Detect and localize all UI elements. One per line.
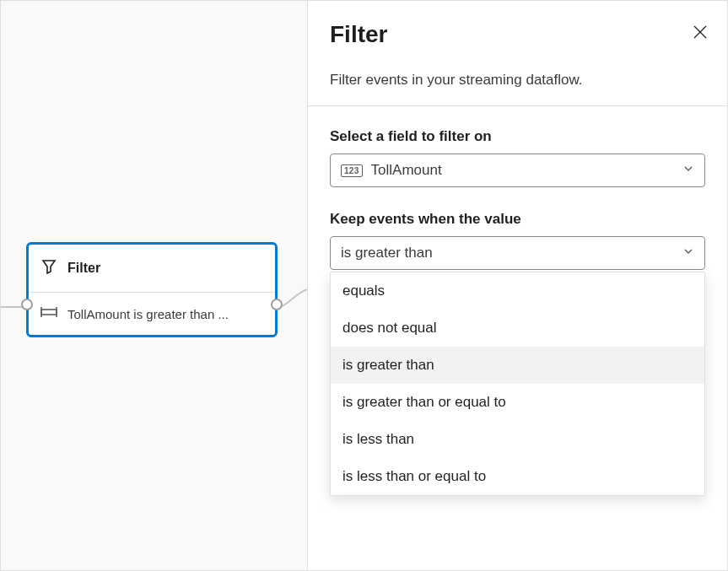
node-header: Filter (29, 245, 275, 292)
node-title: Filter (67, 261, 100, 276)
condition-select-label: Keep events when the value (330, 211, 705, 228)
condition-dropdown: equalsdoes not equalis greater thanis gr… (330, 272, 705, 496)
panel-header: Filter Filter events in your streaming d… (308, 1, 727, 105)
node-body: TollAmount is greater than ... (29, 292, 275, 335)
condition-select-value: is greater than (341, 245, 433, 261)
node-summary: TollAmount is greater than ... (67, 307, 229, 321)
node-input-port[interactable] (21, 299, 33, 310)
condition-option[interactable]: is greater than or equal to (331, 384, 704, 421)
panel-title: Filter (330, 21, 705, 48)
panel-subtitle: Filter events in your streaming dataflow… (330, 72, 705, 89)
chevron-down-icon (682, 162, 694, 179)
node-output-port[interactable] (271, 299, 283, 310)
condition-option[interactable]: is less than (331, 421, 704, 458)
svg-rect-0 (41, 310, 57, 315)
close-button[interactable] (690, 23, 710, 43)
condition-option[interactable]: is greater than (331, 347, 704, 384)
field-type-badge: 123 (341, 164, 363, 177)
canvas-area: Filter TollAmount is greater than ... (1, 1, 309, 570)
panel-body: Select a field to filter on 123 TollAmou… (308, 106, 727, 292)
condition-option[interactable]: does not equal (331, 310, 704, 347)
condition-option[interactable]: equals (331, 272, 704, 310)
condition-option[interactable]: is less than or equal to (331, 458, 704, 495)
field-select-value: TollAmount (371, 162, 442, 179)
condition-select[interactable]: is greater than (330, 236, 705, 270)
chevron-down-icon (682, 245, 694, 261)
properties-panel: Filter Filter events in your streaming d… (307, 1, 727, 570)
filter-icon (40, 258, 57, 278)
close-icon (693, 24, 708, 42)
field-select[interactable]: 123 TollAmount (330, 154, 705, 187)
filter-node[interactable]: Filter TollAmount is greater than ... (26, 242, 278, 337)
field-select-label: Select a field to filter on (330, 128, 705, 145)
filter-rule-icon (40, 306, 57, 321)
